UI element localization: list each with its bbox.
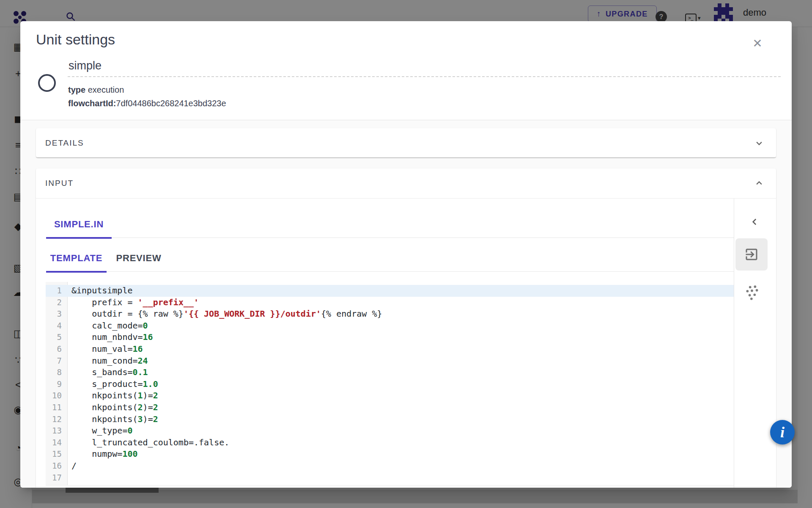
line-code: num_cond=24 — [71, 355, 148, 367]
code-line: 12 nkpoints(3)=2 — [46, 414, 734, 425]
code-editor[interactable]: 1&inputsimple2 prefix = '__prefix__'3 ou… — [46, 282, 734, 486]
line-number: 16 — [46, 460, 62, 472]
file-tabs: SIMPLE.IN — [46, 211, 734, 238]
line-number: 13 — [46, 425, 62, 437]
line-code: nkpoints(2)=2 — [71, 402, 158, 414]
chevron-left-icon — [749, 216, 760, 227]
active-tab-indicator — [46, 237, 112, 239]
collapse-panel-button[interactable] — [746, 213, 763, 230]
line-code: nkpoints(3)=2 — [71, 414, 158, 425]
editor-toolbar — [734, 199, 776, 488]
code-line: 5 num_nbndv=16 — [46, 331, 734, 343]
code-line: 16/ — [46, 460, 734, 472]
line-code: num_val=16 — [71, 343, 143, 355]
divider — [36, 198, 776, 199]
tab-preview[interactable]: PREVIEW — [107, 245, 171, 272]
unit-type-row: type execution — [68, 85, 124, 95]
line-code: w_type=0 — [71, 425, 133, 437]
unit-name: simple — [69, 59, 102, 72]
file-tab-label: SIMPLE.IN — [54, 219, 104, 230]
preview-tab-label: PREVIEW — [116, 253, 161, 264]
unit-status-icon — [38, 74, 56, 92]
materials-dots-button[interactable] — [744, 284, 761, 301]
line-number: 1 — [46, 285, 62, 297]
code-line: 2 prefix = '__prefix__' — [46, 297, 734, 309]
line-number: 5 — [46, 331, 62, 343]
code-line: 13 w_type=0 — [46, 425, 734, 437]
unit-type-value: execution — [88, 85, 124, 94]
line-number: 11 — [46, 402, 62, 414]
line-code: s_product=1.0 — [71, 378, 158, 390]
chevron-up-icon[interactable] — [753, 177, 765, 189]
unit-type-label: type — [68, 85, 85, 94]
tab-simple-in[interactable]: SIMPLE.IN — [46, 211, 112, 238]
scatter-dots-icon — [745, 285, 760, 301]
active-tab-indicator — [46, 271, 107, 273]
details-section: DETAILS — [36, 128, 776, 157]
line-code: s_bands=0.1 — [71, 367, 148, 378]
code-line: 6 num_val=16 — [46, 343, 734, 355]
line-number: 17 — [46, 472, 62, 484]
line-number: 15 — [46, 448, 62, 460]
dialog-title: Unit settings — [36, 31, 115, 48]
unit-flowchart-row: flowchartId:7df04486bc268241e3bd323e — [68, 99, 226, 108]
line-number: 9 — [46, 378, 62, 390]
unit-settings-dialog: Unit settings ✕ simple type execution fl… — [20, 21, 792, 488]
exit-to-app-button[interactable] — [735, 238, 768, 271]
tab-template[interactable]: TEMPLATE — [46, 245, 107, 272]
exit-to-app-icon — [744, 247, 759, 262]
code-line: 11 nkpoints(2)=2 — [46, 402, 734, 414]
line-number: 14 — [46, 437, 62, 449]
flowchart-id-value: 7df04486bc268241e3bd323e — [116, 99, 226, 108]
line-number: 3 — [46, 308, 62, 320]
line-code: nkpoints(1)=2 — [71, 390, 158, 402]
code-line: 14 l_truncated_coulomb=.false. — [46, 437, 734, 449]
view-tabs: TEMPLATE PREVIEW — [46, 245, 734, 272]
line-code: / — [71, 460, 77, 472]
line-number: 4 — [46, 320, 62, 332]
chevron-down-icon[interactable] — [753, 137, 765, 149]
line-number: 8 — [46, 367, 62, 378]
dialog-body: DETAILS INPUT SIMPLE.IN — [20, 120, 792, 488]
line-code: calc_mode=0 — [71, 320, 148, 332]
line-number: 2 — [46, 297, 62, 309]
info-fab-button[interactable]: i — [770, 420, 795, 444]
line-code: l_truncated_coulomb=.false. — [71, 437, 229, 449]
input-section: INPUT SIMPLE.IN TEMPLATE — [36, 168, 776, 488]
details-label: DETAILS — [45, 138, 84, 148]
screen: ↑ UPGRADE ? >_ ▾ demo ▦+◼≡∷▤◆▧☁◫∵<◉◔◎◉ U… — [0, 0, 812, 508]
close-icon[interactable]: ✕ — [749, 35, 766, 52]
line-number: 7 — [46, 355, 62, 367]
code-line: 7 num_cond=24 — [46, 355, 734, 367]
line-code: &inputsimple — [71, 285, 133, 297]
code-line: 3 outdir = {% raw %}'{{ JOB_WORK_DIR }}/… — [46, 308, 734, 320]
line-number: 6 — [46, 343, 62, 355]
line-number: 10 — [46, 390, 62, 402]
template-tab-label: TEMPLATE — [50, 253, 102, 264]
code-line: 4 calc_mode=0 — [46, 320, 734, 332]
code-line: 9 s_product=1.0 — [46, 378, 734, 390]
line-code: numpw=100 — [71, 448, 138, 460]
details-section-header[interactable]: DETAILS — [36, 128, 776, 157]
line-code: outdir = {% raw %}'{{ JOB_WORK_DIR }}/ou… — [71, 308, 382, 320]
code-line: 17 — [46, 472, 734, 484]
code-line: 8 s_bands=0.1 — [46, 367, 734, 378]
flowchart-id-label: flowchartId: — [68, 99, 116, 108]
input-label: INPUT — [45, 179, 74, 188]
dashed-divider — [68, 76, 781, 77]
code-line: 15 numpw=100 — [46, 448, 734, 460]
line-code: num_nbndv=16 — [71, 331, 153, 343]
input-section-header[interactable]: INPUT — [36, 168, 776, 198]
code-line: 1&inputsimple — [46, 285, 734, 297]
line-code: prefix = '__prefix__' — [71, 297, 199, 309]
editor-content: 1&inputsimple2 prefix = '__prefix__'3 ou… — [46, 285, 734, 483]
code-line: 10 nkpoints(1)=2 — [46, 390, 734, 402]
line-number: 12 — [46, 414, 62, 425]
